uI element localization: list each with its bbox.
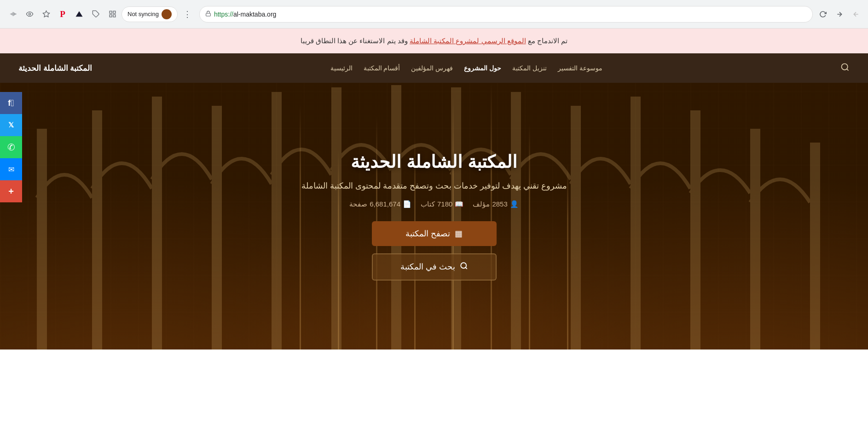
svg-marker-3	[76, 11, 83, 17]
nav-item-about[interactable]: حول المشروع	[464, 64, 501, 72]
hero-section: المكتبة الشاملة الحديثة مشروع تقني يهدف …	[0, 83, 868, 350]
svg-point-26	[461, 263, 466, 268]
lock-icon	[205, 11, 211, 18]
pages-label: صفحة	[349, 200, 367, 208]
svg-line-11	[847, 69, 849, 70]
nav-link-tafsir[interactable]: موسوعة التفسير	[558, 64, 602, 72]
messenger-share-button[interactable]: ✉	[0, 158, 22, 180]
svg-rect-5	[110, 11, 112, 13]
nav-link-download[interactable]: تنزيل المكتبة	[512, 64, 547, 72]
hero-title: المكتبة الشاملة الحديثة	[351, 152, 517, 172]
hero-stats: 👤 2853 مؤلف 📖 7180 كتاب 📄 6,681,674 صفحة	[349, 200, 518, 208]
facebook-share-button[interactable]:  f	[0, 92, 22, 114]
svg-rect-8	[110, 15, 112, 17]
url-text: https://al-maktaba.org	[214, 11, 807, 18]
nav-item-home[interactable]: الرئيسية	[330, 64, 353, 72]
authors-icon: 👤	[510, 200, 519, 208]
nav-link-sections[interactable]: أقسام المكتبة	[364, 64, 400, 72]
stats-books: 📖 7180 كتاب	[421, 200, 463, 208]
forward-button[interactable]	[833, 8, 846, 21]
nav-link-authors[interactable]: فهرس المؤلفين	[411, 64, 453, 72]
nav-search-icon[interactable]	[840, 63, 850, 74]
browse-library-button[interactable]: ▦ تصفح المكتبة	[372, 221, 497, 246]
nav-item-sections[interactable]: أقسام المكتبة	[364, 64, 400, 72]
nav-link-about[interactable]: حول المشروع	[464, 64, 501, 72]
books-icon: 📖	[455, 200, 463, 208]
nav-item-authors[interactable]: فهرس المؤلفين	[411, 64, 453, 72]
website-wrapper: تم الاندماج مع الموقع الرسمي لمشروع المك…	[0, 29, 868, 350]
reload-button[interactable]	[816, 8, 829, 21]
pinterest-icon[interactable]: P	[55, 7, 70, 22]
extensions-icon[interactable]	[88, 7, 103, 22]
announcement-banner: تم الاندماج مع الموقع الرسمي لمشروع المك…	[0, 29, 868, 53]
plus-icon: +	[8, 186, 14, 197]
authors-count: 2853	[492, 200, 507, 208]
whatsapp-icon: ✆	[7, 142, 15, 153]
whatsapp-share-button[interactable]: ✆	[0, 136, 22, 158]
browser-chrome: https://al-maktaba.org P	[0, 0, 868, 29]
not-syncing-button[interactable]: Not syncing	[122, 6, 178, 22]
hero-content: المكتبة الشاملة الحديثة مشروع تقني يهدف …	[292, 133, 576, 299]
profile-avatar	[162, 9, 172, 19]
announcement-link[interactable]: الموقع الرسمي لمشروع المكتبة الشاملة	[410, 37, 526, 45]
nav-links: موسوعة التفسير تنزيل المكتبة حول المشروع…	[330, 64, 602, 72]
browser-menu-button[interactable]: ⋮	[179, 7, 196, 21]
twitter-share-button[interactable]: 𝕏	[0, 114, 22, 136]
svg-point-1	[29, 13, 30, 15]
search-library-button[interactable]: بحث في المكتبة	[372, 253, 497, 281]
collections-icon[interactable]	[105, 7, 120, 22]
svg-rect-6	[113, 11, 115, 13]
announcement-text-after: وقد يتم الاستغناء عن هذا النطاق قريبا	[301, 37, 410, 45]
site-navigation: موسوعة التفسير تنزيل المكتبة حول المشروع…	[0, 53, 868, 83]
extension-triangle-icon[interactable]	[72, 7, 87, 22]
svg-point-9	[165, 11, 168, 14]
toolbar-icons: P Not syncing ⋮	[6, 6, 196, 22]
pages-count: 6,681,674	[370, 200, 400, 208]
read-aloud-icon[interactable]	[6, 7, 20, 22]
search-label: بحث في المكتبة	[400, 262, 455, 272]
address-bar[interactable]: https://al-maktaba.org	[199, 6, 813, 23]
hero-buttons: ▦ تصفح المكتبة بحث في المكتبة	[372, 221, 497, 281]
announcement-text-before: تم الاندماج مع	[526, 37, 568, 45]
back-button[interactable]	[850, 8, 862, 21]
site-logo: المكتبة الشاملة الحديثة	[18, 63, 92, 73]
svg-rect-7	[113, 15, 115, 17]
nav-item-tafsir[interactable]: موسوعة التفسير	[558, 64, 602, 72]
twitter-icon: 𝕏	[8, 121, 14, 129]
pages-icon: 📄	[403, 200, 411, 208]
books-count: 7180	[437, 200, 452, 208]
svg-rect-0	[206, 13, 211, 16]
search-magnifier-icon	[460, 262, 468, 272]
hero-subtitle: مشروع تقني يهدف لتوفير خدمات بحث وتصفح م…	[301, 179, 567, 193]
not-syncing-label: Not syncing	[127, 11, 159, 17]
messenger-icon: ✉	[8, 165, 14, 174]
immersive-reader-icon[interactable]	[22, 7, 37, 22]
stats-pages: 📄 6,681,674 صفحة	[349, 200, 411, 208]
nav-item-download[interactable]: تنزيل المكتبة	[512, 64, 547, 72]
more-share-button[interactable]: +	[0, 180, 22, 202]
browse-icon: ▦	[455, 229, 463, 239]
favorites-icon[interactable]	[39, 7, 53, 22]
nav-link-home[interactable]: الرئيسية	[330, 64, 353, 72]
facebook-icon: 	[11, 98, 14, 109]
svg-line-27	[465, 267, 467, 269]
stats-authors: 👤 2853 مؤلف	[473, 200, 518, 208]
social-sidebar:  f 𝕏 ✆ ✉ +	[0, 92, 22, 202]
svg-point-10	[842, 63, 848, 69]
svg-marker-2	[43, 11, 49, 17]
authors-label: مؤلف	[473, 200, 490, 208]
browse-label: تصفح المكتبة	[405, 229, 450, 239]
books-label: كتاب	[421, 200, 435, 208]
